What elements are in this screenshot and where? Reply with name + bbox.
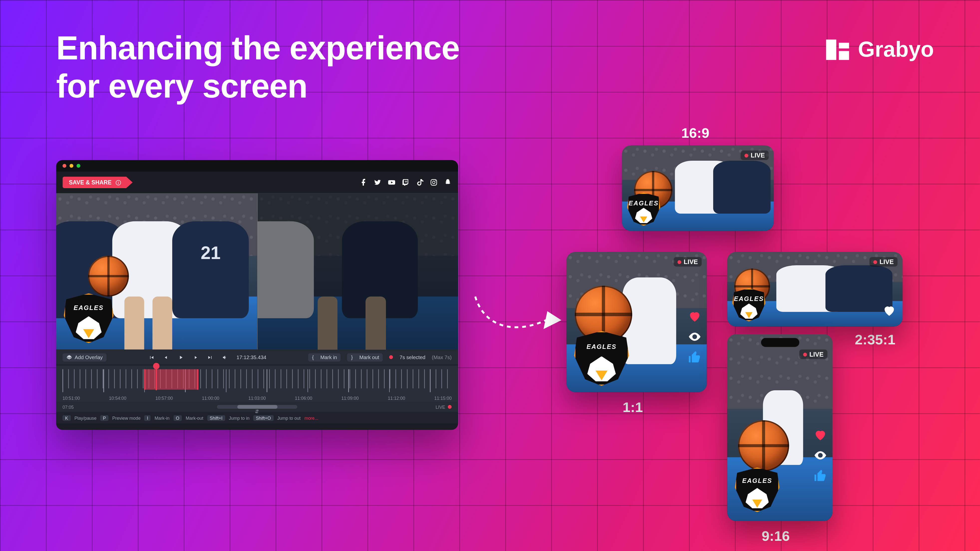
timeline[interactable]: 10:51:0010:54:0010:57:0011:00:0011:03:00… [56,365,458,402]
play-icon[interactable] [178,354,183,360]
step-back-icon[interactable] [163,354,169,360]
layers-icon [67,354,72,360]
phone-notch-icon [761,338,799,347]
timeline-playhead[interactable] [156,365,157,390]
timeline-label: 11:15:00 [434,396,452,400]
timeline-label: 11:00:00 [202,396,220,400]
snapchat-icon[interactable] [444,179,452,186]
preview-9-16: LIVE EAGLES [727,334,832,521]
selection-max: (Max 7s) [432,354,452,360]
twitch-icon[interactable] [402,179,410,186]
player-pane-left: 21 EAGLES [56,193,257,349]
flow-arrow-icon [472,274,568,351]
window-close-icon[interactable] [62,164,66,168]
live-badge: LIVE [740,151,768,160]
editor-toolbar: SAVE & SHARE [56,171,458,193]
eye-icon[interactable] [688,330,702,344]
twitter-icon[interactable] [374,179,382,186]
live-indicator[interactable]: LIVE [436,405,452,409]
timeline-left-time: 07:05 [62,405,74,409]
brand-logo: Grabyo [826,37,934,62]
jump-start-icon[interactable] [148,354,154,360]
kbd-p: P [100,415,108,421]
ratio-label-16-9: 16:9 [681,125,710,141]
heart-icon[interactable] [688,309,702,323]
timeline-labels: 10:51:0010:54:0010:57:0011:00:0011:03:00… [62,396,452,400]
timeline-major-ticks [62,369,452,392]
team-logo-overlay: EAGLES [574,331,629,386]
timeline-label: 10:57:00 [156,396,173,400]
headline-line-2: for every screen [56,67,460,106]
facebook-icon[interactable] [360,179,368,186]
timecode-display: 17:12:35.434 [237,354,266,360]
window-minimize-icon[interactable] [70,164,73,168]
live-badge: LIVE [799,349,827,359]
headline-line-1: Enhancing the experience [56,29,460,68]
kbd-shift-o: Shift+O [253,415,274,421]
timeline-label: 11:12:00 [388,396,406,400]
timeline-label: 11:03:00 [248,396,266,400]
instagram-icon[interactable] [430,179,438,186]
window-maximize-icon[interactable] [76,164,80,168]
save-share-button[interactable]: SAVE & SHARE [62,177,132,188]
heart-outline-icon[interactable] [882,303,896,320]
mark-in-button[interactable]: { Mark in [308,353,341,361]
preview-2-35-1: LIVE EAGLES [727,252,903,326]
shortcuts-more-link[interactable]: more... [304,416,318,420]
player-pane-right [257,193,458,349]
timeline-label: 10:54:00 [109,396,127,400]
info-icon [115,179,121,185]
preview-1-1: LIVE EAGLES [566,252,707,392]
volume-icon[interactable] [222,354,228,360]
timeline-scrollbar-row: 07:05 ⇵ LIVE [56,402,458,412]
timeline-label: 11:06:00 [295,396,312,400]
team-logo-overlay: EAGLES [735,467,780,512]
live-badge: LIVE [673,257,702,267]
editor-window: SAVE & SHARE 21 [56,160,458,430]
video-player[interactable]: 21 EAGLES [56,193,458,349]
preview-16-9: LIVE EAGLES [622,146,774,231]
player-controls-row: Add Overlay 17:12:35.434 { Mark in } Mar… [56,349,458,365]
social-reactions [688,309,702,364]
save-share-label: SAVE & SHARE [69,179,111,186]
live-dot-icon [448,405,452,409]
add-overlay-button[interactable]: Add Overlay [62,353,107,361]
brand-name: Grabyo [858,37,934,62]
heart-icon[interactable] [813,428,827,442]
timeline-label: 10:51:00 [62,396,80,400]
live-badge: LIVE [869,257,897,267]
timeline-label: 11:09:00 [341,396,359,400]
timeline-scroll-thumb[interactable] [237,405,277,409]
svg-point-5 [435,180,436,181]
timeline-selection[interactable] [144,369,199,390]
step-forward-icon[interactable] [192,354,198,360]
window-titlebar [56,160,458,171]
kbd-o: O [173,415,182,421]
ratio-label-9-16: 9:16 [762,528,790,545]
team-logo-overlay[interactable]: EAGLES [64,294,114,343]
selection-indicator-icon [390,355,393,359]
share-destinations [360,179,452,186]
timeline-fit-icon[interactable]: ⇵ [255,409,259,414]
add-overlay-label: Add Overlay [75,354,103,360]
youtube-icon[interactable] [388,179,396,186]
kbd-shift-i: Shift+I [207,415,225,421]
svg-point-4 [433,181,435,184]
tiktok-icon[interactable] [416,179,423,186]
selection-duration: 7s selected [399,354,425,360]
team-logo-overlay: EAGLES [732,288,765,321]
ratio-label-1-1: 1:1 [622,399,643,416]
kbd-k: K [62,415,70,421]
kbd-i: I [144,415,151,421]
svg-rect-1 [118,182,119,184]
jump-end-icon[interactable] [207,354,213,360]
thumbs-up-icon[interactable] [688,350,702,364]
thumbs-up-icon[interactable] [813,468,827,483]
mark-out-button[interactable]: } Mark out [347,353,383,361]
eye-icon[interactable] [813,448,827,462]
svg-rect-2 [118,181,119,181]
ratio-label-2-35-1: 2:35:1 [855,332,896,348]
social-reactions [813,428,827,483]
team-logo-text: EAGLES [74,304,103,311]
brand-mark-icon [826,39,849,60]
